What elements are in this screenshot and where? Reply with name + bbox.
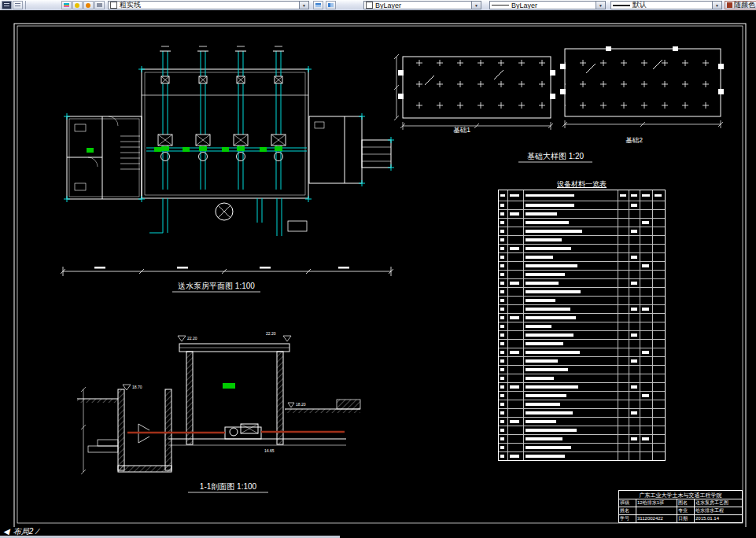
layer-previous-icon[interactable] [326, 1, 336, 9]
equipment-table-cell [640, 227, 653, 235]
equipment-table-cell [524, 435, 618, 443]
equipment-table-cell [508, 279, 524, 287]
equipment-table-row [499, 382, 665, 391]
equipment-table-cell [499, 357, 508, 365]
foundation2-label: 基础2 [625, 136, 643, 144]
linetype-control-dropdown[interactable]: ByLayer [489, 1, 596, 9]
equipment-table-cell [618, 322, 629, 330]
equipment-table-cell [653, 314, 665, 322]
equipment-table-cell [524, 383, 618, 391]
equipment-table-row [499, 296, 665, 304]
equipment-table-cell [653, 227, 665, 235]
equipment-table-cell [499, 201, 508, 209]
equipment-table-cell [629, 271, 640, 278]
equipment-table-cell [524, 271, 618, 278]
equipment-table-row [499, 330, 665, 339]
equipment-table-cell [640, 297, 653, 304]
equipment-table-cell [524, 374, 618, 382]
layer-name: 粗实线 [120, 1, 141, 9]
equipment-table-cell [524, 444, 618, 451]
layer-freeze-icon[interactable] [83, 1, 94, 9]
layer-select-dropdown[interactable]: 粗实线 [108, 1, 300, 9]
layer-properties-icon[interactable] [2, 1, 12, 9]
floor-plan-label: 送水泵房平面图 1:100 [178, 282, 255, 290]
equipment-table-row [499, 304, 665, 313]
equipment-table-cell [653, 236, 665, 244]
equipment-table-cell [508, 297, 524, 304]
floor-plan[interactable] [61, 46, 394, 276]
equipment-table-cell [629, 418, 640, 426]
current-color-swatch [366, 2, 373, 9]
equipment-table-cell [640, 340, 653, 348]
color-control-dropdown[interactable]: ByLayer [363, 1, 472, 9]
equipment-table-cell [653, 400, 665, 408]
layer-lock-icon[interactable] [94, 1, 105, 9]
drawing-canvas[interactable]: 送水泵房平面图 1:100 基础1 [0, 10, 756, 527]
equipment-table-cell [508, 190, 524, 201]
layer-states-icon[interactable] [13, 1, 23, 9]
equipment-table-cell [618, 392, 629, 400]
equipment-table-cell [618, 374, 629, 382]
layer-color-swatch [110, 2, 117, 9]
equipment-table-cell [508, 392, 524, 400]
discharge-pipes [149, 198, 282, 236]
layers-stack-icon[interactable] [61, 1, 72, 9]
equipment-table-cell [524, 219, 618, 227]
equipment-table-cell [508, 253, 524, 261]
equipment-table-cell [524, 366, 618, 374]
lineweight-control-dropdown[interactable]: 默认 [610, 1, 713, 9]
equipment-table-cell [640, 392, 653, 400]
equipment-table-grid [498, 190, 666, 461]
level-text: 22.20 [187, 336, 197, 341]
equipment-table-cell [629, 357, 640, 365]
equipment-table-cell [499, 253, 508, 261]
foundation-detail-2[interactable] [560, 46, 724, 128]
equipment-table-cell [629, 374, 640, 382]
equipment-table-cell [499, 288, 508, 296]
equipment-table-row [499, 270, 665, 278]
title-block[interactable]: 广东工业大学土木与交通工程学院 班级12给排水1班图名送水泵房工艺图姓名专业给水… [618, 490, 743, 523]
linetype-dropdown-arrow-icon[interactable]: ▼ [596, 1, 606, 9]
equipment-table-cell [618, 219, 629, 227]
equipment-table-cell [524, 288, 618, 296]
equipment-table-cell [640, 435, 653, 443]
equipment-table-cell [629, 400, 640, 408]
section-label: 1-1剖面图 1:100 [200, 482, 257, 491]
foundation2-dimensions [562, 120, 723, 128]
equipment-table-cell [508, 262, 524, 270]
equipment-table-cell [640, 357, 653, 365]
layer-on-off-icon[interactable] [72, 1, 83, 9]
equipment-table-cell [640, 444, 653, 451]
equipment-table-cell [499, 400, 508, 408]
tabs-scroll-left-icon[interactable]: ◀ [3, 527, 9, 536]
equipment-table-cell [640, 418, 653, 426]
plot-style-button[interactable]: 随颜色 [725, 1, 756, 9]
layer-dropdown-arrow-icon[interactable]: ▼ [300, 1, 309, 9]
equipment-table-cell [653, 435, 665, 443]
title-block-cell: 班级 [619, 499, 636, 507]
lineweight-value: 默认 [632, 1, 647, 9]
equipment-table-cell [640, 210, 653, 218]
equipment-table-cell [629, 305, 640, 313]
equipment-table-cell [653, 288, 665, 296]
level-text: 22.20 [266, 331, 276, 336]
make-object-layer-icon[interactable] [313, 1, 323, 9]
equipment-table-cell [618, 279, 629, 287]
foundation-detail-1[interactable] [394, 54, 555, 130]
equipment-table-cell [524, 227, 618, 235]
title-block-cell: 12给排水1班 [636, 499, 677, 507]
equipment-table-cell [508, 271, 524, 278]
section-view[interactable]: 18.70 22.20 22.20 18.20 14.65 [77, 331, 360, 474]
title-block-cell: 姓名 [619, 507, 636, 514]
color-dropdown-arrow-icon[interactable]: ▼ [472, 1, 481, 9]
lineweight-dropdown-arrow-icon[interactable]: ▼ [713, 1, 722, 9]
plan-dimension-line [61, 267, 393, 276]
equipment-table-cell [629, 253, 640, 261]
equipment-table-cell [653, 444, 665, 451]
make-layer-glyph [315, 3, 321, 7]
equipment-table-cell [653, 357, 665, 365]
equipment-table-cell [508, 366, 524, 374]
equipment-table[interactable]: 设备材料一览表 [498, 179, 666, 461]
equipment-table-cell [508, 305, 524, 313]
equipment-table-cell [508, 452, 524, 460]
